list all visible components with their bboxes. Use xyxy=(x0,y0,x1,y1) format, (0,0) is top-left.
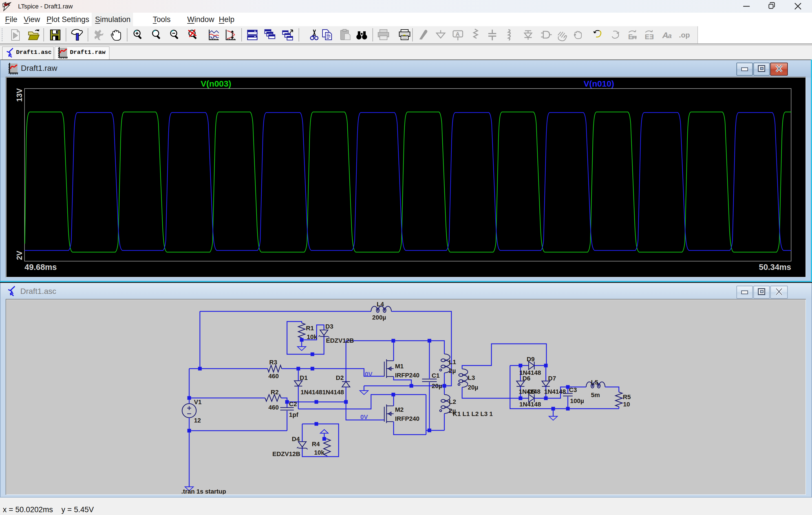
svg-text:.op: .op xyxy=(679,31,690,39)
svg-text:1pf: 1pf xyxy=(289,411,298,418)
svg-text:1N4148: 1N4148 xyxy=(519,401,541,408)
svg-text:10: 10 xyxy=(623,401,630,408)
svg-text:1N4148: 1N4148 xyxy=(322,389,344,396)
svg-text:a: a xyxy=(668,32,672,39)
svg-text:D2: D2 xyxy=(336,374,344,381)
svg-text:M1: M1 xyxy=(395,363,404,370)
svg-text:R4: R4 xyxy=(312,440,320,448)
svg-text:R1: R1 xyxy=(306,325,314,332)
svg-text:A: A xyxy=(456,31,460,37)
svg-text:D5: D5 xyxy=(527,388,535,395)
svg-text:460: 460 xyxy=(268,404,279,411)
svg-text:13V: 13V xyxy=(15,88,24,102)
svg-text:D1: D1 xyxy=(300,374,308,381)
svg-text:10k: 10k xyxy=(314,449,324,456)
svg-text:K1 L1 L2 L3 1: K1 L1 L2 L3 1 xyxy=(453,410,493,418)
svg-text:50.34ms: 50.34ms xyxy=(759,263,791,271)
svg-text:D6: D6 xyxy=(522,375,530,382)
svg-text:R5: R5 xyxy=(623,394,631,400)
svg-text:EDZV12B: EDZV12B xyxy=(326,337,354,344)
svg-text:L2: L2 xyxy=(449,398,456,405)
svg-text:V1: V1 xyxy=(194,399,202,406)
svg-text:.tran 1s startup: .tran 1s startup xyxy=(181,488,226,494)
svg-text:100µ: 100µ xyxy=(570,397,584,404)
svg-text:D7: D7 xyxy=(548,375,556,382)
svg-text:E: E xyxy=(649,33,654,40)
svg-text:2µ: 2µ xyxy=(449,367,456,374)
svg-text:D3: D3 xyxy=(325,323,333,330)
svg-text:2V: 2V xyxy=(15,251,24,260)
svg-text:C1: C1 xyxy=(432,372,439,379)
svg-text:12: 12 xyxy=(194,417,201,424)
svg-text:D9: D9 xyxy=(527,356,534,363)
svg-text:200µ: 200µ xyxy=(372,314,386,321)
svg-text:EDZV12B: EDZV12B xyxy=(272,450,300,457)
svg-text:20µ: 20µ xyxy=(432,382,442,390)
svg-text:L5: L5 xyxy=(591,379,598,386)
svg-text:49.68ms: 49.68ms xyxy=(25,263,57,271)
svg-text:L4: L4 xyxy=(377,301,384,308)
svg-text:R2: R2 xyxy=(271,389,279,396)
svg-text:1N4148: 1N4148 xyxy=(300,389,322,396)
svg-text:V(n003): V(n003) xyxy=(201,79,231,88)
svg-text:IRFP240: IRFP240 xyxy=(395,415,419,422)
svg-text:L1: L1 xyxy=(449,359,456,366)
svg-text:M2: M2 xyxy=(395,406,404,413)
svg-text:C2: C2 xyxy=(289,400,297,407)
svg-text:E: E xyxy=(628,33,633,40)
svg-text:0V: 0V xyxy=(360,413,368,421)
svg-text:10k: 10k xyxy=(307,333,317,340)
svg-text:R3: R3 xyxy=(269,359,277,366)
svg-text:C3: C3 xyxy=(569,387,577,394)
svg-text:460: 460 xyxy=(268,373,279,380)
svg-text:0V: 0V xyxy=(365,371,373,378)
svg-text:V(n010): V(n010) xyxy=(584,79,614,88)
svg-text:5m: 5m xyxy=(591,392,600,399)
svg-text:IRFP240: IRFP240 xyxy=(395,372,419,379)
svg-text:20µ: 20µ xyxy=(468,384,478,391)
svg-text:D4: D4 xyxy=(292,435,300,442)
svg-text:L3: L3 xyxy=(468,374,475,381)
svg-text:E: E xyxy=(645,33,649,40)
svg-text:A: A xyxy=(662,30,668,40)
svg-text:1N4148: 1N4148 xyxy=(544,388,566,395)
